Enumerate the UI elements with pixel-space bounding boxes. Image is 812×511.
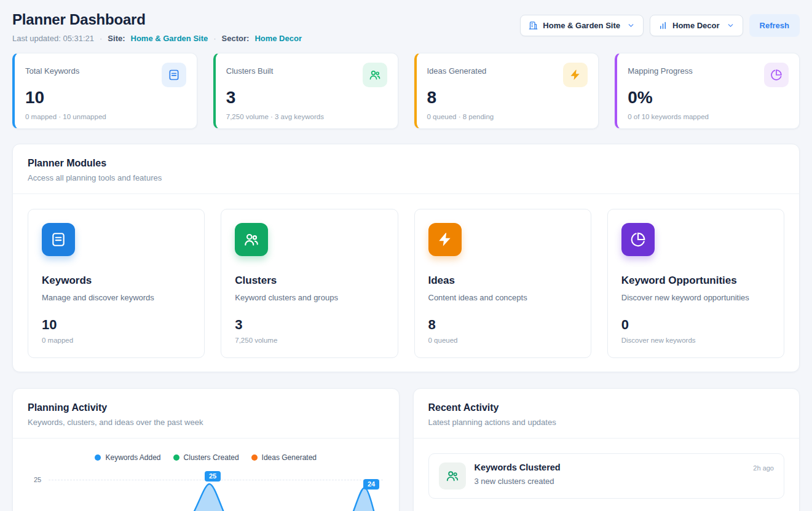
refresh-button[interactable]: Refresh [749,14,800,37]
recent-activity-title: Recent Activity [428,402,785,413]
planning-activity-title: Planning Activity [28,402,384,413]
building-icon [529,21,538,30]
legend-dot-orange [251,454,258,461]
sector-selector-label: Home Decor [672,21,720,30]
module-caption: Discover new keywords [621,337,770,344]
site-link[interactable]: Home & Garden Site [131,34,208,43]
sector-selector[interactable]: Home Decor [650,15,743,36]
activity-body: Keywords Clustered 3 new clusters create… [475,462,745,486]
modules-subtitle: Access all planning tools and features [28,173,784,182]
stat-value: 0% [628,88,789,107]
module-value: 10 [42,317,191,333]
pie-chart-icon [764,63,789,87]
module-value: 0 [621,317,770,333]
meta-separator: · [213,34,216,43]
header-meta: Last updated: 05:31:21 · Site: Home & Ga… [12,34,302,43]
stat-label: Total Keywords [25,63,79,76]
activity-title: Keywords Clustered [475,462,745,472]
stat-value: 3 [226,88,387,107]
stat-caption: 7,250 volume · 3 avg keywords [226,113,387,120]
module-card-keyword-opportunities[interactable]: Keyword Opportunities Discover new keywo… [607,209,784,358]
planner-modules-panel: Planner Modules Access all planning tool… [12,144,800,372]
module-description: Discover new keyword opportunities [621,293,770,302]
recent-activity-panel: Recent Activity Latest planning actions … [413,388,800,511]
module-description: Content ideas and concepts [428,293,577,302]
bottom-row: Planning Activity Keywords, clusters, an… [12,388,800,511]
stat-card-clusters-built: Clusters Built 3 7,250 volume · 3 avg ke… [213,53,398,129]
meta-separator: · [100,34,102,43]
stat-caption: 0 mapped · 10 unmapped [25,113,186,120]
module-title: Keyword Opportunities [621,275,770,287]
module-caption: 7,250 volume [235,337,384,344]
pie-chart-icon [621,223,655,256]
last-updated-text: Last updated: 05:31:21 [12,34,94,43]
activity-item-keywords-clustered[interactable]: Keywords Clustered 3 new clusters create… [428,453,785,499]
divider [13,193,799,194]
stat-caption: 0 queued · 8 pending [427,113,588,120]
stat-label: Clusters Built [226,63,274,76]
legend-dot-green [173,454,179,461]
header-controls: Home & Garden Site Home Decor Refresh [520,14,800,37]
module-card-clusters[interactable]: Clusters Keyword clusters and groups 3 7… [221,209,398,358]
users-icon [363,63,387,87]
divider [414,438,800,439]
document-icon [42,223,75,256]
data-point-label: 25 [205,471,221,482]
module-title: Keywords [42,275,191,287]
stat-caption: 0 of 10 keywords mapped [628,113,789,120]
legend-label: Ideas Generated [262,453,317,462]
module-value: 8 [428,317,577,333]
modules-title: Planner Modules [28,158,784,169]
stat-card-total-keywords: Total Keywords 10 0 mapped · 10 unmapped [12,53,197,129]
module-caption: 0 queued [428,337,577,344]
planning-activity-panel: Planning Activity Keywords, clusters, an… [12,388,400,511]
page-header: Planner Dashboard Last updated: 05:31:21… [12,11,800,43]
users-icon [235,223,268,256]
lightning-icon [563,63,588,87]
planner-dashboard-page: Planner Dashboard Last updated: 05:31:21… [0,0,812,511]
sector-link[interactable]: Home Decor [254,34,302,43]
legend-item-clusters-created: Clusters Created [173,453,239,462]
module-card-ideas[interactable]: Ideas Content ideas and concepts 8 0 que… [414,209,591,358]
bar-chart-icon [658,21,668,30]
lightning-icon [428,223,462,256]
data-point-label: 24 [363,479,379,490]
users-icon [439,462,466,490]
legend-item-keywords-added: Keywords Added [95,453,160,462]
planning-activity-subtitle: Keywords, clusters, and ideas over the p… [28,418,384,427]
module-title: Ideas [428,275,577,287]
activity-description: 3 new clusters created [475,477,745,486]
stat-value: 10 [25,88,186,107]
legend-dot-blue [95,454,101,461]
module-caption: 0 mapped [42,337,191,344]
modules-grid: Keywords Manage and discover keywords 10… [28,209,784,358]
stats-row: Total Keywords 10 0 mapped · 10 unmapped… [12,53,800,129]
module-value: 3 [235,317,384,333]
page-title: Planner Dashboard [12,11,302,28]
stat-label: Mapping Progress [628,63,693,76]
header-left: Planner Dashboard Last updated: 05:31:21… [12,11,302,43]
chevron-down-icon [727,21,735,29]
stat-card-ideas-generated: Ideas Generated 8 0 queued · 8 pending [414,53,599,129]
activity-timestamp: 2h ago [753,462,774,472]
recent-activity-subtitle: Latest planning actions and updates [428,418,785,427]
module-description: Manage and discover keywords [42,293,191,302]
divider [13,438,399,439]
module-title: Clusters [235,275,384,287]
stat-label: Ideas Generated [427,63,487,76]
legend-item-ideas-generated: Ideas Generated [251,453,317,462]
legend-label: Clusters Created [184,453,239,462]
legend-label: Keywords Added [105,453,160,462]
site-label: Site: [108,34,125,43]
chart-legend: Keywords Added Clusters Created Ideas Ge… [28,453,384,462]
module-description: Keyword clusters and groups [235,293,384,302]
stat-value: 8 [427,88,588,107]
document-icon [162,63,186,87]
planning-activity-chart: 25 25 24 [28,469,384,511]
site-selector-label: Home & Garden Site [543,21,620,30]
stat-card-mapping-progress: Mapping Progress 0% 0 of 10 keywords map… [615,53,800,129]
sector-label: Sector: [222,34,250,43]
site-selector[interactable]: Home & Garden Site [520,15,644,36]
chevron-down-icon [627,21,635,29]
module-card-keywords[interactable]: Keywords Manage and discover keywords 10… [28,209,205,358]
